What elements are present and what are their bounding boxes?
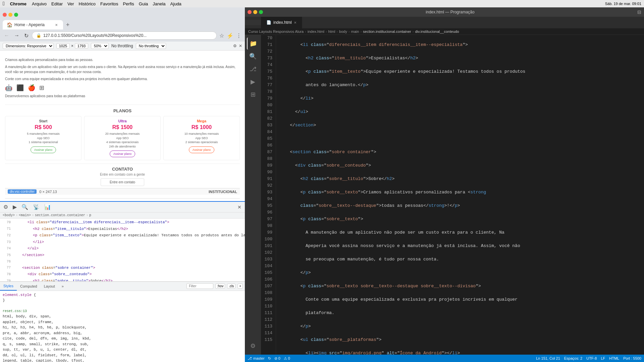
menu-perfis[interactable]: Perfis bbox=[123, 1, 134, 6]
menu-favoritos[interactable]: Favoritos bbox=[100, 1, 118, 6]
devtools-elements-icon[interactable]: ⚙ bbox=[1, 204, 10, 210]
forward-button[interactable]: → bbox=[13, 32, 21, 39]
statusbar-right: Ln 151, Col 21 Espaços: 2 UTF-8 LF HTML … bbox=[536, 356, 641, 360]
device-mode-select[interactable]: Dimensions: Responsive bbox=[3, 43, 54, 49]
devtools-close-icon[interactable]: ✕ bbox=[239, 44, 242, 48]
close-traffic-light[interactable] bbox=[3, 13, 7, 17]
gutter-103: 103 bbox=[263, 256, 272, 263]
throttle-select[interactable]: No throttling bbox=[136, 43, 166, 49]
plano-ultra-price: R$ 1500 bbox=[87, 124, 158, 130]
vscode-minimize[interactable] bbox=[253, 10, 257, 14]
vscode-split-icon[interactable]: ⊟ bbox=[637, 9, 641, 15]
browser-toolbar-icons: ☆ ⚡ ⋮ bbox=[219, 32, 242, 40]
more-icon[interactable]: ⋮ bbox=[235, 32, 242, 40]
menu-janela[interactable]: Janela bbox=[153, 1, 165, 6]
dim-separator: × bbox=[71, 44, 73, 48]
gutter-79: 79 bbox=[263, 95, 272, 102]
html-tree-panel: <body> › <main> › section.contato.contai… bbox=[0, 213, 245, 282]
bc-p[interactable]: p bbox=[89, 214, 91, 217]
settings-icon[interactable]: ⚙ bbox=[247, 340, 259, 352]
menu-arquivo[interactable]: Arquivo bbox=[32, 1, 47, 6]
devtools-info-bar: div.vsc-controller 0 × 247.13 INSTITUCIO… bbox=[5, 188, 240, 195]
devtools-sources-icon[interactable]: 🔍 bbox=[19, 204, 30, 210]
apple-menu[interactable]:  bbox=[3, 1, 5, 7]
bc-section-institucional[interactable]: section.institucional.container bbox=[363, 29, 411, 34]
ln-col: Ln 151, Col 21 bbox=[536, 356, 560, 360]
bc-html[interactable]: html bbox=[328, 29, 335, 34]
devtools-close-panel-icon[interactable]: ✕ bbox=[235, 204, 244, 210]
gutter-111: 111 bbox=[263, 310, 272, 316]
git-icon[interactable]: ⎇ bbox=[247, 63, 259, 75]
bc-body[interactable]: body bbox=[339, 29, 347, 34]
bc-main[interactable]: <main> bbox=[19, 214, 31, 217]
height-input[interactable] bbox=[75, 43, 88, 49]
devtools-network-icon[interactable]: 📡 bbox=[31, 204, 42, 210]
add-style-button[interactable]: + bbox=[237, 284, 243, 289]
bc-main[interactable]: main bbox=[351, 29, 359, 34]
back-button[interactable]: ← bbox=[3, 32, 11, 39]
menu-ver[interactable]: Ver bbox=[67, 1, 74, 6]
bc-sep-4: › bbox=[348, 29, 350, 34]
devtools-settings-icon[interactable]: ⚙ bbox=[233, 44, 237, 48]
menu-historico[interactable]: Histórico bbox=[79, 1, 96, 6]
minimize-traffic-light[interactable] bbox=[8, 13, 12, 17]
plano-ultra-feature-4: 24h de atendimento bbox=[87, 144, 158, 149]
menu-guia[interactable]: Guia bbox=[139, 1, 148, 6]
selected-element-badge: div.vsc-controller bbox=[8, 189, 37, 194]
code-content[interactable]: <li class="diferenciais__item diferencia… bbox=[276, 35, 644, 355]
code-line-71: <h2 class="item__titulo">Especialistas</… bbox=[279, 55, 641, 62]
explorer-icon[interactable]: 📁 bbox=[247, 38, 259, 50]
contato-button[interactable]: Entre em contato bbox=[101, 178, 144, 186]
styles-filter-input[interactable] bbox=[186, 283, 213, 289]
plano-ultra-button[interactable]: Assinar plano bbox=[110, 150, 136, 157]
debug-icon[interactable]: ▶ bbox=[247, 76, 259, 88]
browser-tab-home[interactable]: 🏠 Home - Apeperia ✕ bbox=[3, 20, 63, 29]
plano-mega-button[interactable]: Assinar plano bbox=[189, 146, 215, 153]
vscode-close[interactable] bbox=[248, 10, 252, 14]
layout-tab[interactable]: Layout bbox=[41, 282, 58, 291]
refresh-button[interactable]: ↻ bbox=[23, 32, 30, 40]
devtools-performance-icon[interactable]: 📊 bbox=[42, 204, 53, 210]
code-editor[interactable]: 70 71 72 73 74 75 76 77 78 79 80 81 82 8… bbox=[261, 35, 644, 355]
code-line-88: <p class="sobre__texto sobre__texto--des… bbox=[279, 283, 641, 290]
address-bar[interactable]: 🔒 127.0.0.1:5500/Curso%20Layouts%20Respo… bbox=[32, 32, 217, 40]
hov-button[interactable]: :hov bbox=[215, 284, 225, 289]
extensions-icon[interactable]: ⚡ bbox=[226, 32, 234, 40]
bc-section[interactable]: section.contato.container bbox=[35, 214, 85, 217]
search-icon[interactable]: 🔍 bbox=[247, 50, 259, 62]
menu-editar[interactable]: Editar bbox=[51, 1, 63, 6]
bc-index[interactable]: index.html bbox=[308, 29, 324, 34]
tab-file-close[interactable]: ✕ bbox=[294, 21, 297, 24]
new-tab-button[interactable]: + bbox=[63, 20, 72, 29]
vscode-tab-indexhtml[interactable]: 📄 index.html ✕ bbox=[261, 17, 302, 28]
gutter-102: 102 bbox=[263, 249, 272, 256]
code-line-83: <p class="sobre__texto"> bbox=[279, 216, 641, 223]
styles-tab[interactable]: Styles bbox=[0, 282, 17, 291]
devtools-bar-icons: ⚙ ✕ bbox=[233, 44, 242, 48]
maximize-traffic-light[interactable] bbox=[14, 13, 18, 17]
gutter-86: 86 bbox=[263, 142, 272, 149]
devtools-console-icon[interactable]: ▶ bbox=[11, 204, 19, 210]
vscode-main: 📁 🔍 ⎇ ▶ ⊞ ⚙ 70 71 72 73 74 75 76 77 78 7… bbox=[245, 35, 644, 355]
bc-body[interactable]: <body> bbox=[3, 214, 15, 217]
cls-button[interactable]: .cls bbox=[227, 284, 235, 289]
bc-div-institucional[interactable]: div.institucional__conteudo bbox=[415, 29, 459, 34]
sync-icon[interactable]: ↻ bbox=[268, 356, 271, 361]
extensions-icon[interactable]: ⊞ bbox=[247, 88, 259, 101]
tab-close-button[interactable]: ✕ bbox=[54, 22, 59, 27]
plano-start-button[interactable]: Assinar plano bbox=[31, 146, 56, 153]
vscode-maximize[interactable] bbox=[259, 10, 263, 14]
contato-subtitle: Entre em contato com a gente bbox=[5, 173, 240, 176]
tree-line-73: 73 </li> bbox=[0, 239, 245, 246]
bc-curso[interactable]: Curso Layouts Responsivos Alura bbox=[248, 29, 304, 34]
element-style-close: } bbox=[3, 298, 242, 303]
bc-sep-2: › bbox=[32, 214, 34, 217]
width-input[interactable] bbox=[56, 43, 70, 49]
zoom-select[interactable]: 50% bbox=[91, 43, 109, 49]
bookmark-icon[interactable]: ☆ bbox=[219, 32, 225, 40]
menu-ajuda[interactable]: Ajuda bbox=[170, 1, 181, 6]
computed-tab[interactable]: Computed bbox=[17, 282, 41, 291]
vscode-titlebar: index.html — Programação ⊟ bbox=[245, 7, 644, 17]
gutter-95: 95 bbox=[263, 202, 272, 209]
tab-favicon: 🏠 bbox=[7, 22, 12, 27]
